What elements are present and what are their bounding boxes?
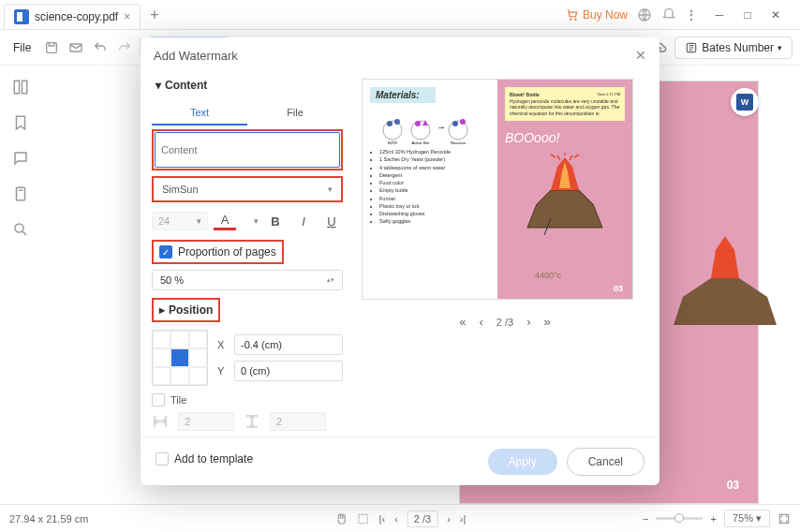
svg-rect-8 [14,81,19,94]
x-offset-input[interactable]: -0.4 (cm) [234,334,343,355]
mail-icon[interactable] [68,40,83,55]
volcano-preview-illustration [518,153,612,237]
last-page-button[interactable]: » [544,315,551,329]
svg-rect-9 [22,81,27,94]
svg-marker-27 [527,190,602,228]
checkbox-checked-icon: ✓ [159,245,172,259]
last-page-nav[interactable]: ›| [460,513,467,525]
h-spacing-icon [152,413,169,430]
bates-number-button[interactable]: Bates Number ▾ [674,37,793,59]
volcano-illustration [655,222,795,334]
page-indicator: 2 /3 [496,317,513,328]
content-input[interactable] [155,132,340,168]
prev-page-button[interactable]: ‹ [479,315,482,329]
content-section-header[interactable]: ▾ Content [152,73,343,97]
checkbox-empty-icon [156,452,169,466]
thumbnails-icon[interactable] [12,79,29,96]
minimize-button[interactable]: ─ [706,6,733,24]
prev-page-nav[interactable]: ‹ [394,513,398,525]
add-to-template-checkbox[interactable]: Add to template [156,452,253,466]
position-grid[interactable] [152,330,208,386]
svg-point-25 [460,119,466,125]
svg-rect-31 [359,514,367,523]
word-export-button[interactable]: W [731,88,759,116]
bookmark-icon[interactable] [12,114,29,131]
svg-point-19 [415,121,421,126]
svg-rect-3 [47,42,57,52]
close-button[interactable]: ✕ [763,6,789,24]
tile-checkbox-row[interactable]: Tile [152,393,343,406]
attachment-icon[interactable] [12,185,29,202]
svg-marker-13 [711,236,739,278]
zoom-level-select[interactable]: 75% ▾ [724,510,770,527]
preview-page: Materials: H2O2Active Site→Reaction 125m… [362,79,633,300]
page-number-input[interactable]: 2 /3 [407,510,437,527]
apply-button[interactable]: Apply [488,449,557,475]
next-page-button[interactable]: › [526,315,530,329]
svg-point-24 [452,121,458,126]
select-tool-icon[interactable] [357,512,370,525]
underline-button[interactable]: U [320,210,343,232]
left-sidebar [0,66,41,496]
zoom-out-button[interactable]: − [643,513,648,525]
font-size-input[interactable]: 24▾ [152,212,208,230]
buy-now-link[interactable]: Buy Now [566,8,628,22]
fit-page-icon[interactable] [778,512,791,525]
cancel-button[interactable]: Cancel [567,448,644,476]
molecule-diagram: H2O2Active Site→Reaction [370,107,490,144]
save-icon[interactable] [44,40,59,55]
preview-pager: « ‹ 2 /3 › » [362,315,648,329]
new-tab-button[interactable]: + [141,7,168,23]
globe-icon[interactable] [637,7,652,22]
add-watermark-dialog: Add Watermark ✕ ▾ Content Text File SimS… [141,37,659,485]
svg-point-11 [15,224,23,232]
cart-icon [566,8,579,22]
checkbox-empty-icon [152,393,165,406]
svg-point-15 [387,121,393,126]
dialog-close-button[interactable]: ✕ [635,48,646,63]
position-section-header[interactable]: ▸ Position [152,298,220,322]
bates-icon [685,41,698,54]
italic-button[interactable]: I [292,210,315,232]
zoom-slider[interactable] [656,517,703,520]
proportion-value-input[interactable]: 50 % ▴▾ [152,270,343,290]
next-page-nav[interactable]: › [447,513,451,525]
first-page-nav[interactable]: |‹ [379,513,386,525]
font-color-dropdown[interactable]: ▾ [254,216,259,226]
font-color-button[interactable]: A [214,212,236,230]
zoom-in-button[interactable]: + [710,513,716,525]
y-offset-input[interactable]: 0 (cm) [234,361,343,381]
file-menu[interactable]: File [7,37,37,58]
font-select[interactable]: SimSun ▾ [155,179,340,200]
proportion-checkbox-row[interactable]: ✓ Proportion of pages [155,243,281,261]
svg-point-16 [394,119,400,125]
svg-marker-12 [674,278,777,325]
v-spacing-input[interactable]: 2 [270,412,326,431]
maximize-button[interactable]: □ [734,6,761,24]
dialog-title: Add Watermark [154,49,238,63]
kebab-icon[interactable]: ⋮ [686,8,697,22]
text-tab[interactable]: Text [152,101,247,126]
first-page-button[interactable]: « [459,315,466,329]
svg-text:Reaction: Reaction [451,140,466,144]
app-logo-icon [14,9,29,24]
redo-icon[interactable] [117,40,132,55]
bold-button[interactable]: B [264,210,287,232]
h-spacing-input[interactable]: 2 [178,412,234,431]
svg-text:→: → [437,122,446,132]
comment-icon[interactable] [12,150,29,167]
tab-close-icon[interactable]: × [124,10,130,23]
materials-list: 125ml 10% Hydrogen Peroxide1 Sachet Dry … [370,148,490,226]
undo-icon[interactable] [93,40,108,55]
search-icon[interactable] [12,221,29,238]
bell-icon[interactable] [661,7,676,22]
word-icon: W [736,94,753,111]
v-spacing-icon [244,413,260,430]
svg-text:Active Site: Active Site [412,140,431,144]
preview-note: Blowit' BottleView 5:11 PM Hydrogen pero… [505,87,625,121]
file-tab[interactable]: File [247,101,343,126]
svg-point-0 [570,19,571,20]
document-tab[interactable]: science-copy.pdf × [4,4,141,30]
hand-tool-icon[interactable] [334,512,348,525]
tab-title: science-copy.pdf [35,10,118,23]
